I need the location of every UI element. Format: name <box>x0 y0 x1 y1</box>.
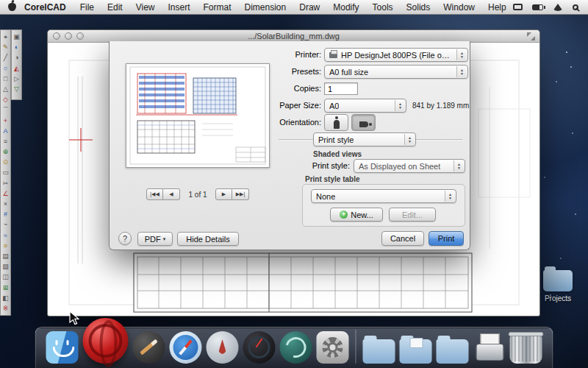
dropdown-arrows-icon <box>456 49 467 60</box>
battery-icon[interactable] <box>532 4 543 10</box>
wifi-icon[interactable] <box>553 4 563 11</box>
first-page-button[interactable]: |◀◀ <box>146 188 163 200</box>
applications-folder-dock-icon[interactable] <box>363 339 395 364</box>
desktop-folder-projects[interactable]: Projects <box>537 270 578 302</box>
tool-icon[interactable]: ▤ <box>1 251 10 261</box>
dashboard-dock-icon[interactable] <box>243 331 276 364</box>
painter-dock-icon[interactable] <box>133 331 165 364</box>
spotlight-icon[interactable] <box>573 4 578 10</box>
printer-dock-icon[interactable] <box>473 331 506 364</box>
tool-icon[interactable]: + <box>1 116 10 126</box>
last-page-button[interactable]: ▶▶| <box>232 188 249 200</box>
printer-label: Printer: <box>240 50 321 59</box>
tool-icon[interactable]: ○ <box>1 63 10 74</box>
copies-input[interactable] <box>324 82 358 95</box>
corelcad-dock-icon[interactable] <box>83 318 129 364</box>
menu-item[interactable]: Dimension <box>238 2 293 13</box>
tool-icon[interactable]: ≈ <box>1 230 10 241</box>
tool-icon[interactable]: ◧ <box>1 293 10 303</box>
menu-item[interactable]: Format <box>197 2 238 13</box>
edit-style-button[interactable]: Edit... <box>389 208 436 222</box>
launchpad-dock-icon[interactable] <box>207 331 239 364</box>
tool-icon[interactable]: ≡ <box>1 136 10 146</box>
paper-size-select[interactable]: A0 <box>324 99 406 113</box>
menu-item[interactable]: Draw <box>293 2 326 13</box>
close-button[interactable] <box>53 32 60 40</box>
tool-icon[interactable]: ▨ <box>1 261 10 272</box>
tool-icon[interactable]: ~ <box>1 219 10 230</box>
tool-icon[interactable]: A <box>1 126 10 136</box>
tool-icon[interactable]: ▽ <box>12 84 21 94</box>
tool-icon[interactable]: ✎ <box>1 42 10 52</box>
time-machine-dock-icon[interactable] <box>280 331 312 364</box>
tool-icon[interactable]: □ <box>1 74 10 84</box>
menu-item[interactable]: Solids <box>400 2 437 13</box>
menu-item[interactable]: Edit <box>101 2 129 13</box>
tool-icon[interactable]: # <box>1 209 10 219</box>
menu-item[interactable]: Help <box>481 2 513 13</box>
print-preview[interactable] <box>126 63 270 168</box>
tool-icon[interactable]: ◇ <box>1 94 10 105</box>
hide-details-button[interactable]: Hide Details <box>177 232 239 246</box>
tool-icon[interactable]: ⌖ <box>1 32 10 42</box>
style-table-value: None <box>316 192 335 201</box>
next-page-button[interactable]: ▶ <box>215 188 232 200</box>
minimize-button[interactable] <box>65 32 72 40</box>
menu-item[interactable]: Insert <box>162 2 197 13</box>
display-icon[interactable] <box>513 4 523 10</box>
orientation-portrait-button[interactable] <box>324 114 348 131</box>
documents-folder-dock-icon[interactable] <box>400 339 432 364</box>
tool-icon[interactable]: ※ <box>1 303 10 314</box>
tool-icon[interactable]: ◭ <box>12 63 21 74</box>
previous-page-button[interactable]: ◀ <box>163 188 180 200</box>
help-button[interactable]: ? <box>118 232 132 245</box>
tool-icon[interactable]: ⊞ <box>1 283 10 293</box>
tool-icon[interactable]: ╱ <box>1 52 10 63</box>
style-table-select[interactable]: None <box>311 189 456 203</box>
wallpaper-stars <box>566 52 567 53</box>
tool-icon[interactable]: × <box>1 199 10 209</box>
copies-label: Copies: <box>240 84 321 93</box>
downloads-folder-dock-icon[interactable] <box>437 339 469 364</box>
tool-icon[interactable]: ◑ <box>12 52 21 63</box>
menu-item[interactable]: File <box>74 2 101 13</box>
tool-icon[interactable]: ▭ <box>1 167 10 177</box>
safari-dock-icon[interactable] <box>170 331 202 364</box>
tool-icon[interactable]: ▷ <box>12 74 21 84</box>
tool-palette-main: ⌖✎╱○□△◇⌒+A≡⊕⊙▭✂∠×#~≈¤▤▨◫⊞◧※ <box>0 29 11 316</box>
app-menu-title[interactable]: CorelCAD <box>23 2 74 13</box>
print-style-select[interactable]: As Displayed on Sheet <box>354 159 465 173</box>
dialog-section-select[interactable]: Print style <box>313 132 416 146</box>
tool-icon[interactable]: ⌒ <box>1 105 10 115</box>
tool-icon[interactable]: ∠ <box>1 188 10 199</box>
system-preferences-dock-icon[interactable] <box>317 331 349 364</box>
printer-icon <box>329 52 337 58</box>
new-style-button[interactable]: New... <box>330 208 383 222</box>
menu-item[interactable]: Window <box>437 2 481 13</box>
tool-icon[interactable]: ¤ <box>1 241 10 251</box>
tool-icon[interactable]: ◐ <box>12 42 21 52</box>
orientation-landscape-button[interactable] <box>351 114 376 131</box>
menu-item[interactable]: Tools <box>366 2 400 13</box>
menu-item[interactable]: View <box>129 2 162 13</box>
cancel-button[interactable]: Cancel <box>381 231 424 246</box>
dropdown-arrows-icon <box>395 100 405 111</box>
trash-dock-icon[interactable] <box>510 334 542 364</box>
tool-icon[interactable]: ▣ <box>12 32 21 42</box>
tool-icon[interactable]: ⊙ <box>1 157 10 167</box>
menu-item[interactable]: Modify <box>326 2 365 13</box>
finder-dock-icon[interactable] <box>46 331 79 364</box>
tool-icon[interactable]: △ <box>1 84 10 94</box>
presets-select[interactable]: A0 full size <box>324 65 468 79</box>
tool-icon[interactable]: ⊕ <box>1 146 10 157</box>
print-button[interactable]: Print <box>429 231 464 246</box>
fullscreen-icon[interactable] <box>527 32 535 40</box>
apple-menu[interactable] <box>0 3 23 11</box>
zoom-button[interactable] <box>76 32 84 40</box>
printer-select[interactable]: HP DesignJet 800PS (File output) <box>324 48 468 62</box>
tool-icon[interactable]: ◫ <box>1 272 10 282</box>
preview-pagination: |◀◀ ◀ 1 of 1 ▶ ▶▶| <box>126 188 270 200</box>
paper-size-label: Paper Size: <box>240 101 321 110</box>
pdf-menu-button[interactable]: PDF ▾ <box>137 232 173 246</box>
tool-icon[interactable]: ✂ <box>1 178 10 188</box>
